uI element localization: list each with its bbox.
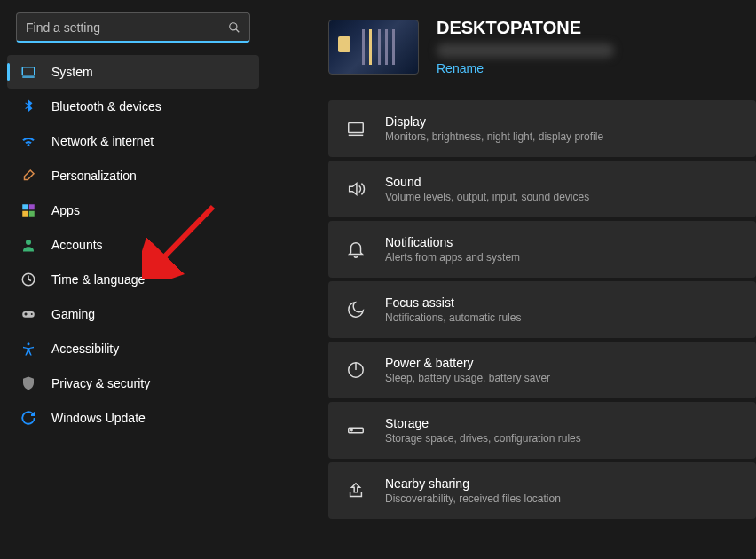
search-icon[interactable]: [219, 21, 249, 34]
card-title: Nearby sharing: [385, 476, 561, 491]
sidebar-item-accounts[interactable]: Accounts: [7, 228, 259, 262]
sidebar-item-privacy[interactable]: Privacy & security: [7, 366, 259, 400]
system-icon: [20, 63, 37, 81]
sidebar-item-system[interactable]: System: [7, 55, 259, 89]
card-subtitle: Volume levels, output, input, sound devi…: [385, 191, 589, 203]
sidebar-item-accessibility[interactable]: Accessibility: [7, 332, 259, 366]
card-title: Display: [385, 114, 603, 129]
card-storage[interactable]: Storage Storage space, drives, configura…: [328, 402, 756, 459]
power-icon: [346, 360, 366, 380]
person-icon: [20, 236, 37, 254]
card-subtitle: Discoverability, received files location: [385, 492, 561, 505]
sidebar: System Bluetooth & devices Network & int…: [0, 0, 266, 559]
search-box[interactable]: [16, 12, 250, 43]
wifi-icon: [20, 132, 37, 150]
sidebar-item-label: Personalization: [51, 169, 137, 183]
card-subtitle: Monitors, brightness, night light, displ…: [385, 130, 603, 143]
brush-icon: [20, 167, 37, 185]
card-subtitle: Alerts from apps and system: [385, 251, 520, 264]
system-header: DESKTOPATONE Rename: [328, 18, 756, 75]
card-title: Storage: [385, 416, 581, 430]
svg-line-1: [236, 28, 240, 32]
card-title: Notifications: [385, 235, 520, 249]
sidebar-item-label: Apps: [51, 203, 80, 217]
moon-icon: [346, 300, 366, 319]
sidebar-item-update[interactable]: Windows Update: [7, 401, 259, 435]
sidebar-item-label: System: [51, 65, 93, 79]
sidebar-item-label: Time & language: [51, 272, 145, 287]
clock-globe-icon: [20, 271, 37, 288]
svg-rect-6: [22, 211, 28, 217]
card-power[interactable]: Power & battery Sleep, battery usage, ba…: [328, 342, 756, 398]
svg-point-14: [28, 342, 30, 345]
card-subtitle: Storage space, drives, configuration rul…: [385, 432, 581, 445]
computer-name: DESKTOPATONE: [437, 18, 614, 38]
display-icon: [346, 119, 366, 138]
card-title: Power & battery: [385, 356, 550, 370]
sidebar-item-label: Gaming: [51, 307, 95, 321]
sidebar-item-label: Bluetooth & devices: [51, 99, 161, 114]
bell-icon: [346, 240, 366, 259]
sidebar-item-label: Windows Update: [51, 411, 146, 425]
rename-link[interactable]: Rename: [437, 61, 614, 75]
sidebar-item-time-language[interactable]: Time & language: [7, 263, 259, 296]
svg-point-8: [26, 240, 31, 245]
bluetooth-icon: [20, 98, 37, 115]
sidebar-item-network[interactable]: Network & internet: [7, 124, 259, 158]
svg-point-0: [230, 22, 237, 29]
main-content: DESKTOPATONE Rename Display Monitors, br…: [328, 0, 756, 559]
apps-icon: [20, 201, 37, 219]
card-title: Sound: [385, 175, 589, 189]
svg-rect-7: [29, 211, 35, 217]
gamepad-icon: [20, 305, 37, 323]
storage-icon: [346, 421, 366, 440]
sound-icon: [346, 179, 366, 199]
card-subtitle: Sleep, battery usage, battery saver: [385, 372, 550, 384]
svg-rect-2: [22, 67, 35, 75]
card-display[interactable]: Display Monitors, brightness, night ligh…: [328, 100, 756, 157]
update-icon: [20, 409, 37, 427]
search-input[interactable]: [17, 20, 219, 35]
sidebar-item-personalization[interactable]: Personalization: [7, 159, 259, 193]
svg-rect-5: [29, 204, 35, 209]
sidebar-item-gaming[interactable]: Gaming: [7, 297, 259, 331]
sidebar-item-label: Accounts: [51, 238, 103, 252]
svg-rect-4: [22, 204, 28, 209]
card-nearby-sharing[interactable]: Nearby sharing Discoverability, received…: [328, 462, 756, 519]
sidebar-item-label: Privacy & security: [51, 376, 150, 390]
sidebar-item-label: Accessibility: [51, 342, 119, 356]
shield-icon: [20, 374, 37, 392]
accessibility-icon: [20, 340, 37, 358]
sidebar-item-apps[interactable]: Apps: [7, 193, 259, 227]
svg-rect-10: [22, 311, 35, 318]
card-notifications[interactable]: Notifications Alerts from apps and syste…: [328, 221, 756, 278]
sidebar-item-label: Network & internet: [51, 134, 154, 148]
pc-thumbnail: [328, 20, 419, 75]
card-sound[interactable]: Sound Volume levels, output, input, soun…: [328, 161, 756, 217]
svg-point-11: [31, 313, 33, 315]
computer-sub-blurred: [437, 43, 614, 58]
svg-rect-15: [349, 123, 364, 133]
svg-rect-13: [25, 313, 27, 316]
share-icon: [346, 481, 366, 500]
card-focus-assist[interactable]: Focus assist Notifications, automatic ru…: [328, 281, 756, 338]
card-title: Focus assist: [385, 295, 521, 310]
svg-point-20: [351, 429, 352, 430]
card-subtitle: Notifications, automatic rules: [385, 311, 521, 324]
sidebar-item-bluetooth[interactable]: Bluetooth & devices: [7, 90, 259, 123]
